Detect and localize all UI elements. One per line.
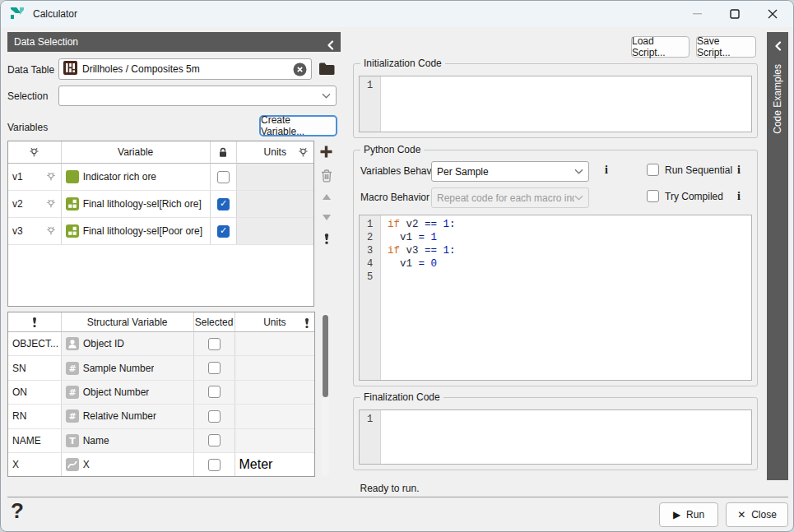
info-icon[interactable]: i bbox=[605, 164, 608, 177]
selection-label: Selection bbox=[7, 90, 48, 102]
python-code-editor[interactable]: 12345 if v2 == 1: v1 = 1if v3 == 1: v1 =… bbox=[359, 215, 752, 381]
structural-label: Object Number bbox=[83, 386, 150, 398]
data-selection-header[interactable]: Data Selection bbox=[7, 32, 341, 52]
variable-id: v1 bbox=[12, 171, 45, 183]
selected-checkbox[interactable] bbox=[208, 434, 221, 446]
chevron-down-icon bbox=[574, 195, 583, 201]
variable-id: v3 bbox=[12, 225, 45, 237]
category-variable-icon bbox=[66, 197, 79, 210]
play-icon: ▶ bbox=[673, 509, 680, 520]
variable-row[interactable]: v1Indicator rich ore bbox=[8, 164, 313, 191]
python-code-text[interactable]: if v2 == 1: v1 = 1if v3 == 1: v1 = 0 bbox=[381, 215, 751, 380]
lightbulb-icon bbox=[45, 225, 57, 237]
titlebar[interactable]: Calculator bbox=[1, 1, 793, 27]
structural-variable-column-header[interactable]: Structural Variable bbox=[62, 312, 194, 332]
selected-checkbox[interactable] bbox=[208, 338, 221, 350]
structural-variable-row[interactable]: SN#Sample Number bbox=[8, 356, 314, 380]
initialization-code-text[interactable] bbox=[381, 76, 751, 132]
code-line[interactable]: v1 = 1 bbox=[388, 231, 751, 244]
units-cell[interactable] bbox=[237, 164, 313, 190]
lightbulb-icon bbox=[45, 171, 57, 183]
scrollbar-thumb[interactable] bbox=[323, 315, 328, 397]
selected-checkbox[interactable] bbox=[208, 410, 221, 423]
svg-text:T: T bbox=[69, 436, 76, 446]
structural-id: OBJECT... bbox=[12, 338, 58, 349]
help-button[interactable]: ? bbox=[11, 498, 24, 524]
code-line[interactable]: v1 = 0 bbox=[388, 257, 751, 271]
clear-icon[interactable] bbox=[293, 62, 307, 76]
delete-variable-button[interactable] bbox=[318, 169, 335, 183]
structural-variable-row[interactable]: RN#Relative Number bbox=[8, 405, 314, 428]
units-column-header[interactable]: Units bbox=[237, 141, 313, 164]
lightbulb-icon bbox=[45, 198, 57, 210]
info-icon[interactable]: i bbox=[737, 164, 741, 177]
close-window-button[interactable] bbox=[754, 1, 792, 27]
selected-checkbox[interactable] bbox=[208, 362, 221, 374]
checkbox[interactable] bbox=[647, 190, 659, 202]
structural-table-scrollbar[interactable] bbox=[322, 313, 329, 476]
lock-checkbox[interactable] bbox=[217, 198, 230, 210]
selected-checkbox[interactable] bbox=[208, 386, 221, 398]
structural-variable-row[interactable]: NAMETName bbox=[8, 429, 314, 453]
variable-column-header[interactable]: Variable bbox=[62, 141, 211, 164]
units-cell[interactable] bbox=[235, 405, 314, 428]
minimize-button[interactable] bbox=[678, 1, 716, 27]
units-cell[interactable] bbox=[235, 356, 314, 379]
run-sequential-checkbox[interactable]: Run Sequential bbox=[647, 164, 732, 176]
save-script-button[interactable]: Save Script... bbox=[696, 36, 756, 58]
units-column-header[interactable]: Units bbox=[235, 312, 314, 332]
important-icon[interactable] bbox=[322, 233, 332, 245]
units-cell[interactable] bbox=[237, 191, 313, 217]
try-compiled-checkbox[interactable]: Try Compiled bbox=[647, 190, 723, 202]
run-button[interactable]: ▶ Run bbox=[659, 502, 718, 527]
units-cell[interactable]: Meter bbox=[235, 453, 314, 476]
move-down-button[interactable] bbox=[320, 214, 333, 221]
finalization-code-text[interactable] bbox=[381, 410, 751, 464]
lock-icon[interactable] bbox=[211, 141, 237, 164]
selection-dropdown[interactable] bbox=[58, 86, 337, 106]
line-number: 1 bbox=[360, 79, 380, 92]
status-text: Ready to run. bbox=[1, 483, 778, 494]
number-variable-icon: # bbox=[66, 362, 79, 375]
maximize-button[interactable] bbox=[716, 1, 754, 27]
finalization-code-editor[interactable]: 1 bbox=[359, 409, 752, 465]
variable-label: Final lithology-sel[Poor ore] bbox=[83, 225, 202, 237]
units-cell[interactable] bbox=[235, 332, 314, 355]
variable-row[interactable]: v2Final lithology-sel[Rich ore] bbox=[8, 191, 313, 218]
svg-text:#: # bbox=[68, 363, 76, 374]
load-script-button[interactable]: Load Script... bbox=[631, 36, 690, 58]
structural-variables-table: Structural Variable Selected Units OBJEC… bbox=[7, 312, 315, 477]
code-line[interactable] bbox=[388, 271, 751, 284]
initialization-code-editor[interactable]: 1 bbox=[359, 76, 752, 132]
structural-variable-row[interactable]: ON#Object Number bbox=[8, 381, 314, 405]
variables-table: Variable Units v1Indicator rich orev2Fin… bbox=[7, 141, 314, 307]
structural-variable-row[interactable]: OBJECT...Object ID bbox=[8, 332, 314, 356]
units-cell[interactable] bbox=[235, 381, 314, 404]
checkbox[interactable] bbox=[647, 164, 659, 176]
structural-variable-row[interactable]: XXMeter bbox=[8, 453, 314, 477]
code-examples-panel-tab[interactable]: Code Examples bbox=[767, 32, 788, 480]
structural-id: SN bbox=[12, 363, 57, 374]
code-line[interactable]: if v2 == 1: bbox=[388, 218, 751, 231]
variable-row[interactable]: v3Final lithology-sel[Poor ore] bbox=[8, 218, 313, 245]
initialization-code-title: Initialization Code bbox=[360, 58, 445, 69]
units-cell[interactable] bbox=[237, 218, 313, 244]
info-icon[interactable]: i bbox=[737, 190, 741, 203]
code-line[interactable]: if v3 == 1: bbox=[388, 244, 751, 257]
line-number: 2 bbox=[360, 231, 380, 244]
selected-checkbox[interactable] bbox=[208, 459, 221, 471]
window-title: Calculator bbox=[33, 8, 77, 20]
data-table-field[interactable]: Drillholes / Composites 5m bbox=[58, 58, 312, 80]
calculator-dialog: Calculator Data Selection Data Table Dri… bbox=[0, 0, 794, 532]
folder-icon[interactable] bbox=[318, 62, 337, 76]
create-variable-button[interactable]: Create Variable... bbox=[259, 115, 337, 136]
lock-checkbox[interactable] bbox=[217, 171, 230, 183]
units-cell[interactable] bbox=[235, 429, 314, 452]
variables-behavior-dropdown[interactable]: Per Sample bbox=[431, 161, 589, 182]
selected-column-header[interactable]: Selected bbox=[194, 312, 235, 332]
lock-checkbox[interactable] bbox=[217, 225, 230, 238]
add-variable-button[interactable] bbox=[318, 145, 334, 159]
close-button[interactable]: ✕ Close bbox=[726, 502, 788, 527]
move-up-button[interactable] bbox=[320, 193, 333, 201]
collapse-chevron-icon[interactable] bbox=[327, 37, 334, 57]
